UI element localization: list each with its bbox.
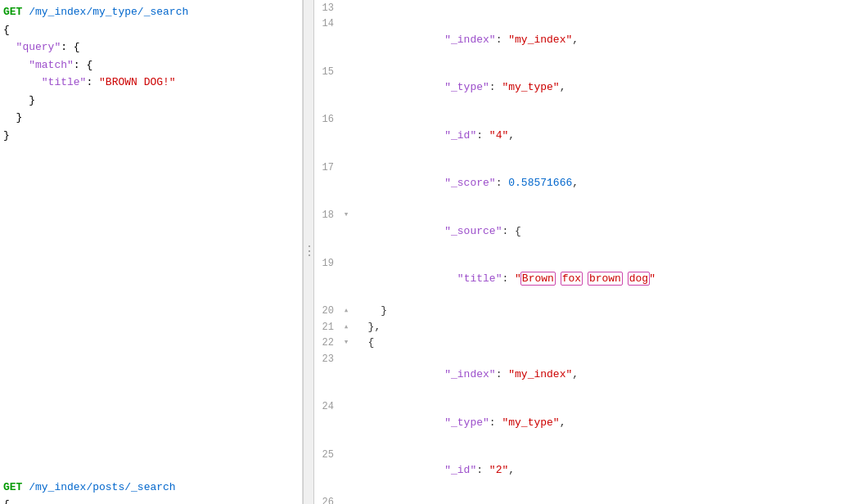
line-number: 20 [314, 303, 340, 319]
code-content: "_id": "2", [352, 447, 847, 495]
left-blank-1 [0, 144, 302, 162]
left-blank-10 [0, 303, 302, 321]
left-blank-9 [0, 285, 302, 303]
left-blank-15 [0, 390, 302, 408]
line-number: 26 [314, 494, 340, 504]
table-row: 25 "_id": "2", [314, 447, 847, 495]
fold-indicator[interactable] [340, 494, 352, 504]
left-blank-14 [0, 373, 302, 391]
code-content: "_index": "my_index", [352, 351, 847, 399]
fold-indicator[interactable]: ▾ [340, 335, 352, 351]
table-row: 16 "_id": "4", [314, 111, 847, 160]
fold-indicator[interactable]: ▴ [340, 319, 352, 335]
left-blank-7 [0, 250, 302, 268]
code-content: } [352, 303, 847, 319]
code-content: "_type": "my_type", [352, 64, 847, 112]
get-keyword-2: GET [3, 479, 22, 496]
left-brace-open-1: { [0, 21, 302, 39]
fold-indicator[interactable] [340, 398, 352, 447]
left-title-line: "title": "BROWN DOG!" [0, 74, 302, 92]
table-row: 24 "_type": "my_type", [314, 398, 847, 447]
table-row: 22 ▾ { [314, 335, 847, 351]
left-get-line-1[interactable]: GET /my_index/my_type/_search [0, 3, 302, 21]
table-row: 21 ▴ }, [314, 319, 847, 335]
fold-indicator[interactable]: ▴ [340, 303, 352, 319]
table-row: 23 "_index": "my_index", [314, 351, 847, 399]
left-match-line: "match": { [0, 56, 302, 74]
fold-indicator[interactable] [340, 64, 352, 112]
fold-indicator[interactable] [340, 160, 352, 208]
left-brace-open-2: { [0, 496, 302, 504]
line-number: 22 [314, 335, 340, 351]
highlight-brown-2: brown [588, 272, 622, 285]
right-panel: 13 14 "_index": "my_index", 15 "_type": … [314, 0, 847, 504]
left-blank-13 [0, 355, 302, 373]
left-blank-12 [0, 338, 302, 356]
left-query-line: "query": { [0, 38, 302, 56]
fold-indicator[interactable] [340, 111, 352, 160]
left-blank-18 [0, 443, 302, 461]
fold-indicator[interactable] [340, 447, 352, 495]
table-row: 18 ▾ "_source": { [314, 207, 847, 255]
line-number: 25 [314, 447, 340, 495]
code-content: "_type": "my_type", [352, 398, 847, 447]
line-number: 15 [314, 64, 340, 112]
highlight-dog-1: dog [628, 272, 649, 285]
line-number: 21 [314, 319, 340, 335]
left-blank-4 [0, 197, 302, 215]
table-row: 13 [314, 0, 847, 16]
get-keyword-1: GET [3, 4, 22, 20]
line-number: 16 [314, 111, 340, 160]
code-content: "_score": 0.58571666, [352, 160, 847, 208]
left-blank-5 [0, 214, 302, 232]
left-get-line-2[interactable]: GET /my_index/posts/_search [0, 479, 302, 497]
line-number: 24 [314, 398, 340, 447]
left-blank-6 [0, 232, 302, 250]
fold-indicator[interactable] [340, 255, 352, 304]
code-content: }, [352, 319, 847, 335]
line-number: 18 [314, 207, 340, 255]
table-row: 19 "title": "Brown fox brown dog" [314, 255, 847, 304]
left-blank-19 [0, 461, 302, 479]
code-table: 13 14 "_index": "my_index", 15 "_type": … [314, 0, 847, 504]
highlight-brown-1: Brown [521, 272, 555, 285]
table-row: 14 "_index": "my_index", [314, 16, 847, 64]
left-blank-16 [0, 408, 302, 426]
divider-handle: ⋮ [303, 245, 314, 259]
code-content: "_index": "my_index", [352, 16, 847, 64]
line-number: 14 [314, 16, 340, 64]
code-content: "_source": { [352, 207, 847, 255]
code-content: "_id": "4", [352, 111, 847, 160]
line-number: 19 [314, 255, 340, 304]
left-panel: GET /my_index/my_type/_search { "query":… [0, 0, 303, 504]
left-blank-2 [0, 162, 302, 180]
table-row: 15 "_type": "my_type", [314, 64, 847, 112]
left-brace-close-1: } [0, 127, 302, 145]
table-row: 26 "_score": 0.37400126, [314, 494, 847, 504]
code-content: "title": "Brown fox brown dog" [352, 255, 847, 304]
highlight-fox-1: fox [561, 272, 582, 285]
left-blank-17 [0, 425, 302, 443]
line-number: 23 [314, 351, 340, 399]
left-close-query: } [0, 109, 302, 127]
code-content: "_score": 0.37400126, [352, 494, 847, 504]
line-number: 17 [314, 160, 340, 208]
code-content [352, 0, 847, 16]
line-number: 13 [314, 0, 340, 16]
fold-indicator[interactable]: ▾ [340, 207, 352, 255]
left-blank-11 [0, 320, 302, 338]
fold-indicator[interactable] [340, 16, 352, 64]
table-row: 17 "_score": 0.58571666, [314, 160, 847, 208]
left-blank-8 [0, 268, 302, 286]
fold-indicator[interactable] [340, 351, 352, 399]
left-blank-3 [0, 179, 302, 197]
panel-divider[interactable]: ⋮ [303, 0, 314, 504]
table-row: 20 ▴ } [314, 303, 847, 319]
code-content: { [352, 335, 847, 351]
fold-indicator[interactable] [340, 0, 352, 16]
left-close-match: } [0, 92, 302, 110]
